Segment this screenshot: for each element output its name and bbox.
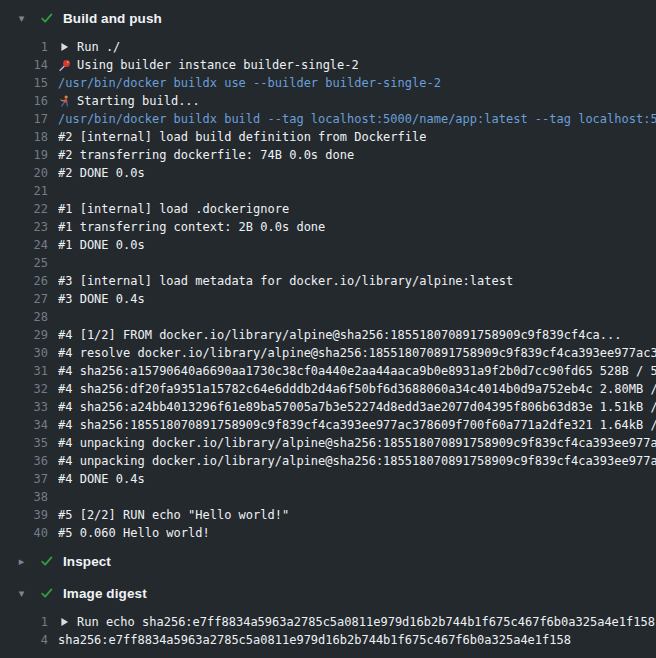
log-line: 36#4 unpacking docker.io/library/alpine@… — [0, 452, 656, 470]
log-line: 31#4 sha256:a15790640a6690aa1730c38cf0a4… — [0, 362, 656, 380]
line-number[interactable]: 32 — [0, 380, 48, 398]
log-section-image-digest: ▾Image digest1Run echo sha256:e7ff8834a5… — [0, 581, 656, 649]
log-text: #1 transferring context: 2B 0.0s done — [58, 218, 325, 236]
log-text-content: #5 0.060 Hello world! — [58, 524, 210, 542]
line-number[interactable]: 1 — [0, 38, 48, 56]
section-title: Build and push — [63, 11, 162, 26]
log-text: #4 sha256:df20fa9351a15782c64e6dddb2d4a6… — [58, 380, 656, 398]
log-section-build-and-push: ▾Build and push1Run ./14Using builder in… — [0, 6, 656, 542]
log-text-content: #4 sha256:185518070891758909c9f839cf4ca3… — [58, 416, 656, 434]
log-text: #2 transferring dockerfile: 74B 0.0s don… — [58, 146, 354, 164]
line-number[interactable]: 26 — [0, 272, 48, 290]
line-number[interactable]: 31 — [0, 362, 48, 380]
line-number[interactable]: 30 — [0, 344, 48, 362]
log-text: #4 sha256:a24bb4013296f61e89ba57005a7b3e… — [58, 398, 656, 416]
line-number[interactable]: 15 — [0, 74, 48, 92]
success-check-icon — [40, 11, 54, 25]
success-check-icon — [40, 586, 54, 600]
line-number[interactable]: 19 — [0, 146, 48, 164]
line-number[interactable]: 33 — [0, 398, 48, 416]
section-title: Image digest — [63, 586, 147, 601]
line-number[interactable]: 23 — [0, 218, 48, 236]
log-line: 28 — [0, 308, 656, 326]
log-line: 23#1 transferring context: 2B 0.0s done — [0, 218, 656, 236]
log-line: 39#5 [2/2] RUN echo "Hello world!" — [0, 506, 656, 524]
log-line: 34#4 sha256:185518070891758909c9f839cf4c… — [0, 416, 656, 434]
line-number[interactable]: 22 — [0, 200, 48, 218]
log-text-content: /usr/bin/docker buildx use --builder bui… — [58, 74, 441, 92]
line-number[interactable]: 28 — [0, 308, 48, 326]
section-title: Inspect — [63, 554, 111, 569]
log-text-content: #2 [internal] load build definition from… — [58, 128, 426, 146]
line-number[interactable]: 14 — [0, 56, 48, 74]
log-line: 29#4 [1/2] FROM docker.io/library/alpine… — [0, 326, 656, 344]
log-text: #4 [1/2] FROM docker.io/library/alpine@s… — [58, 326, 622, 344]
log-text-content: #4 unpacking docker.io/library/alpine@sh… — [58, 452, 656, 470]
line-number[interactable]: 39 — [0, 506, 48, 524]
log-text: #4 sha256:a15790640a6690aa1730c38cf0a440… — [58, 362, 656, 380]
log-line: 21 — [0, 182, 656, 200]
line-number[interactable]: 29 — [0, 326, 48, 344]
log-line: 4sha256:e7ff8834a5963a2785c5a0811e979d16… — [0, 631, 656, 649]
log-line: 25 — [0, 254, 656, 272]
log-command-text: /usr/bin/docker buildx build --tag local… — [58, 110, 656, 128]
chevron-down-icon[interactable]: ▾ — [16, 588, 27, 599]
log-text: #4 unpacking docker.io/library/alpine@sh… — [58, 434, 656, 452]
log-text: #4 resolve docker.io/library/alpine@sha2… — [58, 344, 656, 362]
line-number[interactable]: 27 — [0, 290, 48, 308]
line-number[interactable]: 17 — [0, 110, 48, 128]
log-text-content: #3 [internal] load metadata for docker.i… — [58, 272, 513, 290]
section-header-build-and-push[interactable]: ▾Build and push — [0, 6, 656, 30]
chevron-right-icon[interactable]: ▸ — [16, 556, 27, 567]
log-text-content: #4 [1/2] FROM docker.io/library/alpine@s… — [58, 326, 622, 344]
log-line: 33#4 sha256:a24bb4013296f61e89ba57005a7b… — [0, 398, 656, 416]
line-number[interactable]: 1 — [0, 613, 48, 631]
line-number[interactable]: 36 — [0, 452, 48, 470]
log-line: 35#4 unpacking docker.io/library/alpine@… — [0, 434, 656, 452]
log-text: #4 sha256:185518070891758909c9f839cf4ca3… — [58, 416, 656, 434]
log-text-content: #4 sha256:df20fa9351a15782c64e6dddb2d4a6… — [58, 380, 656, 398]
chevron-down-icon[interactable]: ▾ — [16, 13, 27, 24]
log-text: #3 [internal] load metadata for docker.i… — [58, 272, 513, 290]
play-icon — [58, 40, 71, 54]
line-number[interactable]: 16 — [0, 92, 48, 110]
line-number[interactable]: 38 — [0, 488, 48, 506]
log-text: #4 unpacking docker.io/library/alpine@sh… — [58, 452, 656, 470]
log-text: Using builder instance builder-single-2 — [58, 56, 359, 74]
log-text: #5 0.060 Hello world! — [58, 524, 210, 542]
log-text: #2 DONE 0.0s — [58, 164, 145, 182]
log-text: #3 DONE 0.4s — [58, 290, 145, 308]
section-header-inspect[interactable]: ▸Inspect — [0, 549, 656, 573]
log-text-content: #1 DONE 0.0s — [58, 236, 145, 254]
log-text: #2 [internal] load build definition from… — [58, 128, 426, 146]
section-header-image-digest[interactable]: ▾Image digest — [0, 581, 656, 605]
log-text-content: #4 sha256:a24bb4013296f61e89ba57005a7b3e… — [58, 398, 656, 416]
log-line: 26#3 [internal] load metadata for docker… — [0, 272, 656, 290]
play-icon — [58, 615, 71, 629]
log-line: 14Using builder instance builder-single-… — [0, 56, 656, 74]
log-line: 16Starting build... — [0, 92, 656, 110]
log-line: 18#2 [internal] load build definition fr… — [0, 128, 656, 146]
line-number[interactable]: 4 — [0, 631, 48, 649]
log-text-content: #4 resolve docker.io/library/alpine@sha2… — [58, 344, 656, 362]
line-number[interactable]: 35 — [0, 434, 48, 452]
line-number[interactable]: 20 — [0, 164, 48, 182]
log-lines: 1Run echo sha256:e7ff8834a5963a2785c5a08… — [0, 613, 656, 649]
log-line: 38 — [0, 488, 656, 506]
log-text-content: Run echo sha256:e7ff8834a5963a2785c5a081… — [77, 613, 655, 631]
log-line: 40#5 0.060 Hello world! — [0, 524, 656, 542]
line-number[interactable]: 24 — [0, 236, 48, 254]
log-text-content: Run ./ — [77, 38, 120, 56]
log-section-inspect: ▸Inspect — [0, 549, 656, 573]
line-number[interactable]: 18 — [0, 128, 48, 146]
line-number[interactable]: 25 — [0, 254, 48, 272]
runner-icon — [58, 94, 71, 108]
success-check-icon — [40, 554, 54, 568]
line-number[interactable]: 37 — [0, 470, 48, 488]
line-number[interactable]: 40 — [0, 524, 48, 542]
line-number[interactable]: 34 — [0, 416, 48, 434]
log-text-content: #1 transferring context: 2B 0.0s done — [58, 218, 325, 236]
log-text-content: #2 transferring dockerfile: 74B 0.0s don… — [58, 146, 354, 164]
log-text: #1 DONE 0.0s — [58, 236, 145, 254]
line-number[interactable]: 21 — [0, 182, 48, 200]
